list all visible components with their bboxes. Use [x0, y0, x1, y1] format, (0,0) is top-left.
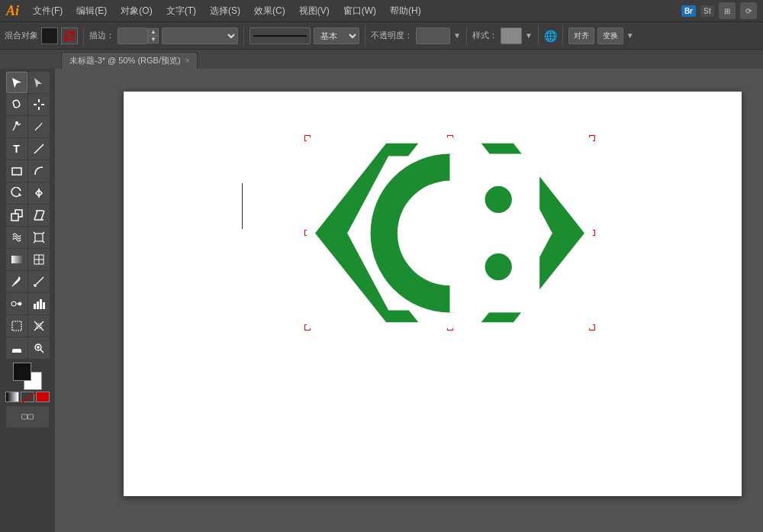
style-label: 样式： — [472, 30, 497, 41]
svg-line-32 — [40, 350, 43, 353]
svg-point-65 — [485, 253, 512, 280]
hand-zoom-row — [6, 337, 50, 359]
magic-wand-tool[interactable] — [28, 94, 50, 115]
svg-point-63 — [485, 186, 512, 213]
menu-window[interactable]: 窗口(W) — [337, 3, 382, 19]
chart-tool[interactable] — [28, 293, 50, 314]
grid-icon[interactable]: ⊞ — [719, 2, 736, 19]
type-tool-row: T — [6, 138, 50, 160]
style-dropdown-icon[interactable]: ▼ — [525, 31, 533, 40]
svg-point-6 — [15, 122, 18, 124]
transform-button[interactable]: 变换 — [597, 27, 623, 44]
left-toolbar: T — [0, 69, 55, 532]
warp-tool[interactable] — [6, 227, 27, 248]
menu-edit[interactable]: 编辑(E) — [70, 3, 113, 19]
artboard-tool[interactable] — [6, 315, 27, 337]
zoom-tool[interactable] — [28, 337, 50, 359]
scale-tool[interactable] — [6, 205, 27, 226]
rectangle-tool[interactable] — [6, 160, 27, 182]
style-preview-box[interactable] — [501, 27, 522, 44]
opacity-dropdown-icon[interactable]: ▼ — [453, 31, 461, 40]
color-swatches — [5, 363, 50, 402]
red-mini[interactable] — [36, 392, 50, 402]
pencil-tool[interactable] — [28, 116, 50, 137]
stroke-width-input[interactable] — [118, 27, 148, 44]
stroke-style-box[interactable] — [250, 27, 311, 44]
pen-tool-row — [6, 116, 50, 137]
canvas-area[interactable] — [55, 69, 763, 532]
menu-view[interactable]: 视图(V) — [293, 3, 336, 19]
logo-container[interactable] — [307, 137, 593, 328]
shear-tool[interactable] — [28, 205, 50, 226]
select-tool[interactable] — [6, 72, 27, 93]
divider-2 — [243, 27, 244, 45]
stroke-style-select[interactable]: 基本 — [314, 27, 359, 44]
stroke-spinners[interactable]: ▲ ▼ — [148, 28, 159, 44]
align-button[interactable]: 对齐 — [568, 27, 594, 44]
document-tab[interactable]: 未标题-3* @ 50% (RGB/预览) × — [61, 52, 198, 69]
svg-rect-36 — [22, 414, 27, 419]
svg-rect-14 — [11, 256, 22, 263]
artboard[interactable] — [124, 92, 742, 496]
menu-effect[interactable]: 效果(C) — [248, 3, 291, 19]
menu-type[interactable]: 文字(T) — [160, 3, 202, 19]
menu-help[interactable]: 帮助(H) — [384, 3, 427, 19]
divider-4 — [466, 27, 467, 45]
transform-dropdown-icon[interactable]: ▼ — [626, 31, 634, 40]
svg-point-23 — [18, 302, 21, 305]
lasso-tool[interactable] — [6, 94, 27, 115]
mirror-tool[interactable] — [28, 182, 50, 204]
eyedropper-tool[interactable] — [6, 271, 27, 292]
svg-rect-4 — [34, 104, 37, 105]
direct-select-tool[interactable] — [28, 72, 50, 93]
gradient-tool[interactable] — [6, 249, 27, 270]
menu-file[interactable]: 文件(F) — [27, 3, 69, 19]
hand-tool[interactable] — [6, 337, 27, 359]
stroke-type-select[interactable] — [162, 27, 238, 44]
eyedropper-tool-row — [6, 271, 50, 292]
sync-icon[interactable]: ⟳ — [740, 2, 757, 19]
svg-line-7 — [34, 144, 43, 153]
menu-select[interactable]: 选择(S) — [204, 3, 246, 19]
warp-tool-row — [6, 227, 50, 248]
mesh-tool[interactable] — [28, 249, 50, 270]
divider-1 — [83, 27, 84, 45]
stroke-label: 描边： — [89, 30, 114, 41]
blend-tool[interactable] — [6, 293, 27, 314]
pen-tool[interactable] — [6, 116, 27, 137]
divider-5 — [538, 27, 539, 45]
stroke-color-indicator[interactable] — [61, 27, 78, 44]
svg-line-35 — [21, 392, 35, 403]
carrefour-final — [307, 137, 593, 328]
artboard-slice-row — [6, 315, 50, 337]
tab-title: 未标题-3* @ 50% (RGB/预览) — [69, 55, 181, 66]
st-badge[interactable]: St — [700, 5, 714, 17]
svg-rect-25 — [34, 304, 36, 309]
fg-bg-colors[interactable] — [13, 363, 42, 390]
bottom-tools — [6, 406, 49, 427]
free-transform-tool[interactable] — [28, 227, 50, 248]
rotate-tool-row — [6, 182, 50, 204]
type-tool[interactable]: T — [6, 138, 27, 160]
svg-rect-2 — [38, 99, 40, 102]
none-mini[interactable] — [21, 392, 34, 402]
slice-tool[interactable] — [28, 315, 50, 337]
screen-mode-tool[interactable] — [6, 406, 49, 427]
select-tool-row — [6, 72, 50, 93]
menu-object[interactable]: 对象(O) — [114, 3, 158, 19]
gradient-mini[interactable] — [5, 392, 19, 402]
svg-rect-29 — [12, 321, 21, 330]
foreground-color-box[interactable] — [13, 363, 31, 381]
fill-color-box[interactable] — [41, 27, 58, 44]
opacity-input[interactable]: 100% — [416, 27, 450, 44]
svg-rect-5 — [41, 104, 44, 105]
globe-icon[interactable]: 🌐 — [544, 30, 557, 42]
br-badge[interactable]: Br — [681, 5, 696, 17]
arc-tool[interactable] — [28, 160, 50, 182]
tab-close-button[interactable]: × — [185, 56, 190, 65]
menu-bar: Ai 文件(F) 编辑(E) 对象(O) 文字(T) 选择(S) 效果(C) 视… — [0, 0, 763, 21]
line-tool[interactable] — [28, 138, 50, 160]
measure-tool[interactable] — [28, 271, 50, 292]
rotate-tool[interactable] — [6, 182, 27, 204]
main-area: T — [0, 69, 763, 532]
